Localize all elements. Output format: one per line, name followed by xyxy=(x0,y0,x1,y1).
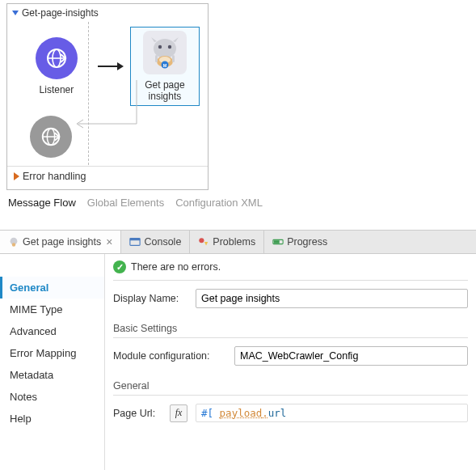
display-name-row: Display Name: xyxy=(113,281,468,311)
tab-problems[interactable]: Problems xyxy=(190,231,264,253)
module-config-row: Module configuration: xyxy=(113,338,468,369)
sidebar-item-advanced[interactable]: Advanced xyxy=(0,320,104,342)
problems-icon xyxy=(198,236,209,248)
tab-get-page-insights[interactable]: Get page insights × xyxy=(0,231,121,253)
close-icon[interactable]: × xyxy=(106,235,112,248)
config-detail: ✓ There are no errors. Display Name: Bas… xyxy=(105,254,476,470)
status-row: ✓ There are no errors. xyxy=(113,260,468,280)
config-sidebar: General MIME Type Advanced Error Mapping… xyxy=(0,254,105,470)
tab-label: Progress xyxy=(287,236,327,248)
sidebar-item-error-mapping[interactable]: Error Mapping xyxy=(0,342,104,364)
editor-tab-bar: Message Flow Global Elements Configurati… xyxy=(0,190,476,214)
status-text: There are no errors. xyxy=(131,261,221,273)
tab-label: Console xyxy=(144,236,181,248)
progress-icon xyxy=(272,236,284,248)
tab-label: Get page insights xyxy=(23,236,101,248)
error-handling-label: Error handling xyxy=(23,171,86,182)
svg-rect-21 xyxy=(274,240,280,243)
tab-progress[interactable]: Progress xyxy=(264,231,335,253)
payload-token: payload xyxy=(220,407,263,419)
sidebar-item-metadata[interactable]: Metadata xyxy=(0,364,104,386)
svg-point-19 xyxy=(200,238,204,243)
tab-global-elements[interactable]: Global Elements xyxy=(87,197,164,209)
mulesoft-mascot-icon: M xyxy=(143,31,187,74)
flow-title: Get-page-insights xyxy=(22,7,99,19)
page-url-row: Page Url: fx #[ payload.url xyxy=(113,396,468,426)
display-name-label: Display Name: xyxy=(113,293,187,304)
flow-title-bar[interactable]: Get-page-insights xyxy=(7,4,208,20)
general-heading: General xyxy=(113,372,468,396)
svg-point-16 xyxy=(12,243,15,246)
dot-token: . xyxy=(262,407,268,419)
svg-point-4 xyxy=(158,45,162,49)
console-icon xyxy=(129,236,141,248)
svg-rect-18 xyxy=(130,239,140,241)
svg-rect-10 xyxy=(155,55,158,62)
flow-row-error xyxy=(7,114,208,166)
listener-label: Listener xyxy=(40,84,74,95)
sidebar-item-help[interactable]: Help xyxy=(0,408,104,430)
tab-configuration-xml[interactable]: Configuration XML xyxy=(175,197,263,209)
basic-settings-heading: Basic Settings xyxy=(113,315,468,338)
fx-icon: fx xyxy=(175,407,183,419)
panel-tab-bar: Get page insights × Console Problems Pro… xyxy=(0,230,476,254)
return-connector xyxy=(72,77,161,133)
display-name-input[interactable] xyxy=(196,289,468,308)
tab-label: Problems xyxy=(213,236,255,248)
flow-canvas[interactable]: Get-page-insights Listener xyxy=(6,3,209,190)
sidebar-item-general[interactable]: General xyxy=(0,277,104,299)
connector-arrow xyxy=(98,62,124,70)
expand-triangle-icon[interactable] xyxy=(14,172,19,180)
sidebar-item-notes[interactable]: Notes xyxy=(0,386,104,408)
module-config-label: Module configuration: xyxy=(113,350,226,362)
tab-console[interactable]: Console xyxy=(121,231,190,253)
page-url-label: Page Url: xyxy=(113,408,162,419)
dw-open-token: #[ xyxy=(201,407,213,419)
collapse-triangle-icon[interactable] xyxy=(12,11,19,15)
tab-message-flow[interactable]: Message Flow xyxy=(8,197,76,209)
fx-button[interactable]: fx xyxy=(170,404,187,422)
config-panel: General MIME Type Advanced Error Mapping… xyxy=(0,254,476,470)
sidebar-item-mime-type[interactable]: MIME Type xyxy=(0,299,104,320)
url-token: url xyxy=(268,407,287,419)
ok-check-icon: ✓ xyxy=(113,260,126,273)
svg-rect-11 xyxy=(172,55,175,62)
mulesoft-mascot-icon xyxy=(8,236,19,248)
module-config-input[interactable] xyxy=(234,346,468,366)
page-url-expression[interactable]: #[ payload.url xyxy=(196,404,468,422)
globe-arrow-icon xyxy=(30,116,72,158)
error-handling-section[interactable]: Error handling xyxy=(7,166,208,186)
globe-arrow-icon xyxy=(36,37,78,79)
svg-text:M: M xyxy=(163,63,167,68)
svg-point-5 xyxy=(168,45,171,49)
